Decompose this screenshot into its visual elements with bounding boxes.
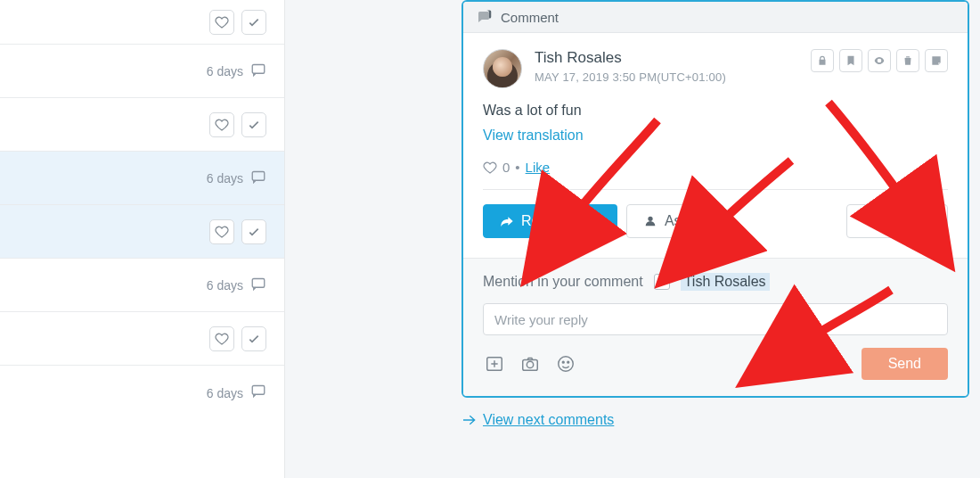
chat-icon [250, 276, 266, 294]
svg-rect-3 [252, 386, 265, 395]
list-item[interactable] [0, 205, 284, 259]
reply-label: Reply [521, 213, 558, 229]
svg-point-9 [568, 361, 569, 363]
reply-dropdown[interactable] [584, 204, 617, 238]
emoji-icon[interactable] [554, 352, 577, 375]
check-icon[interactable] [241, 10, 266, 35]
lock-icon[interactable] [811, 49, 834, 72]
list-item[interactable] [0, 0, 284, 45]
separator-dot: • [515, 160, 519, 175]
heart-icon[interactable] [209, 112, 234, 137]
svg-point-7 [559, 357, 574, 372]
chat-icon [250, 383, 266, 402]
bookmark-icon[interactable] [839, 49, 862, 72]
chat-icon [250, 169, 266, 187]
like-count: 0 [502, 160, 510, 175]
comment-panel: Comment Tish Rosales MAY 17, 2019 3:50 P… [461, 0, 969, 398]
item-age: 6 days [207, 278, 243, 293]
eye-icon[interactable] [868, 49, 891, 72]
review-label: Review [885, 213, 931, 229]
note-icon[interactable] [925, 49, 948, 72]
heart-icon[interactable] [209, 219, 234, 244]
item-age: 6 days [207, 385, 243, 400]
list-item[interactable] [0, 98, 284, 152]
item-age: 6 days [207, 64, 243, 78]
view-next-comments[interactable]: View next comments [461, 412, 969, 428]
list-item[interactable]: 6 days [0, 366, 284, 419]
check-icon[interactable] [241, 326, 266, 351]
heart-icon[interactable] [209, 10, 234, 35]
list-item[interactable]: 6 days [0, 152, 284, 205]
check-icon[interactable] [241, 112, 266, 137]
svg-rect-0 [252, 64, 265, 73]
avatar [483, 49, 522, 88]
panel-header: Comment [463, 2, 968, 33]
like-link[interactable]: Like [526, 160, 551, 175]
comment-timestamp: MAY 17, 2019 3:50 PM(UTC+01:00) [535, 70, 726, 84]
comment-body: Was a lot of fun [483, 103, 948, 119]
add-media-icon[interactable] [483, 352, 506, 375]
mention-name[interactable]: Tish Rosales [681, 273, 770, 291]
trash-icon[interactable] [896, 49, 919, 72]
view-next-link[interactable]: View next comments [483, 412, 614, 428]
svg-point-6 [527, 361, 533, 367]
svg-point-8 [562, 361, 564, 363]
camera-icon[interactable] [519, 352, 542, 375]
chat-icon [250, 62, 266, 80]
check-icon[interactable] [241, 219, 266, 244]
send-button[interactable]: Send [862, 348, 948, 380]
list-item[interactable]: 6 days [0, 259, 284, 312]
assign-button[interactable]: Assign [626, 204, 724, 238]
list-item[interactable]: 6 days [0, 45, 284, 98]
list-item[interactable] [0, 312, 284, 366]
svg-rect-1 [252, 171, 265, 180]
reply-input[interactable] [483, 303, 948, 335]
conversation-list: 6 days 6 days [0, 0, 285, 478]
panel-title: Comment [501, 10, 559, 25]
mention-checkbox[interactable] [654, 274, 670, 290]
heart-icon[interactable] [209, 326, 234, 351]
review-button[interactable]: Review [846, 204, 948, 238]
author-name: Tish Rosales [535, 49, 726, 67]
assign-label: Assign [665, 213, 707, 229]
svg-rect-2 [252, 278, 265, 287]
mention-label: Mention in your comment [483, 274, 643, 290]
item-age: 6 days [207, 171, 243, 185]
reply-button[interactable]: Reply [483, 204, 575, 238]
view-translation-link[interactable]: View translation [483, 128, 584, 144]
